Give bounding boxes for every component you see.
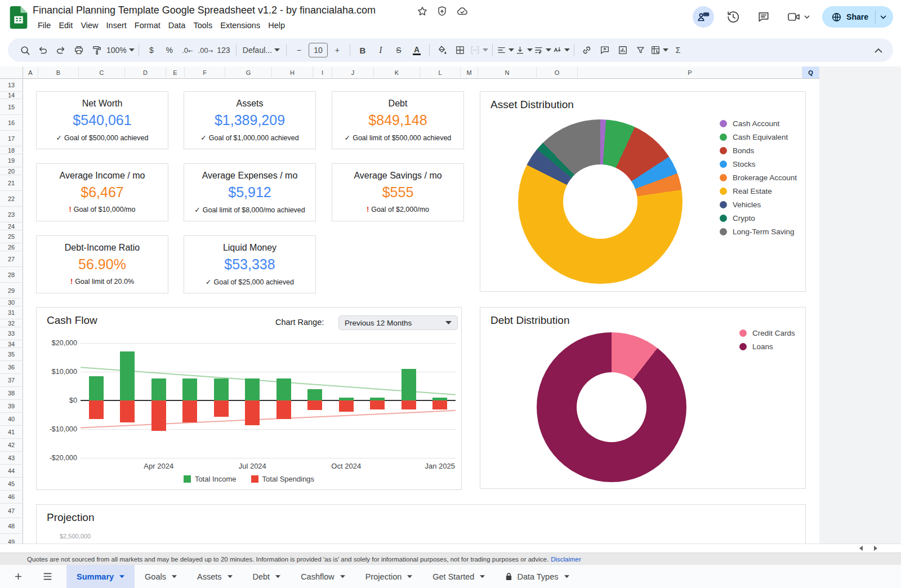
row-header-43[interactable]: 43 bbox=[0, 452, 23, 465]
row-header-37[interactable]: 37 bbox=[0, 374, 23, 387]
vertical-align-icon[interactable] bbox=[515, 42, 533, 59]
spending-bar[interactable] bbox=[245, 400, 260, 425]
row-header-36[interactable]: 36 bbox=[0, 361, 23, 374]
column-header-P[interactable]: P bbox=[578, 66, 802, 79]
column-header-J[interactable]: J bbox=[332, 66, 374, 79]
menu-help[interactable]: Help bbox=[264, 19, 289, 32]
income-bar[interactable] bbox=[276, 378, 291, 400]
spending-bar[interactable] bbox=[339, 400, 354, 412]
row-header-48[interactable]: 48 bbox=[0, 518, 23, 534]
format-currency-button[interactable]: $ bbox=[143, 42, 160, 59]
income-bar[interactable] bbox=[89, 376, 104, 400]
row-header-26[interactable]: 26 bbox=[0, 243, 23, 251]
row-header-14[interactable]: 14 bbox=[0, 92, 23, 99]
decrease-decimal-icon[interactable]: .0← bbox=[179, 42, 196, 59]
spending-bar[interactable] bbox=[151, 400, 166, 431]
spending-bar[interactable] bbox=[432, 400, 447, 409]
row-header-19[interactable]: 19 bbox=[0, 154, 23, 167]
font-size-decrease-button[interactable]: − bbox=[291, 42, 307, 59]
row-header-15[interactable]: 15 bbox=[0, 99, 23, 115]
column-header-M[interactable]: M bbox=[461, 66, 478, 79]
income-bar[interactable] bbox=[214, 378, 229, 400]
text-wrap-icon[interactable] bbox=[534, 42, 551, 59]
row-header-23[interactable]: 23 bbox=[0, 207, 23, 222]
filter-icon[interactable] bbox=[632, 42, 649, 59]
search-icon[interactable] bbox=[16, 42, 33, 59]
print-icon[interactable] bbox=[70, 42, 87, 59]
shield-icon[interactable] bbox=[436, 6, 448, 17]
bold-button[interactable]: B bbox=[354, 42, 371, 59]
menu-insert[interactable]: Insert bbox=[102, 19, 131, 32]
column-header-Q[interactable]: Q bbox=[802, 66, 819, 79]
comments-icon[interactable] bbox=[752, 6, 775, 28]
row-header-24[interactable]: 24 bbox=[0, 222, 23, 230]
collapse-toolbar-icon[interactable] bbox=[870, 42, 887, 59]
format-percent-button[interactable]: % bbox=[161, 42, 178, 59]
horizontal-align-icon[interactable] bbox=[497, 42, 514, 59]
spending-bar[interactable] bbox=[120, 400, 135, 422]
google-sheets-logo-icon[interactable] bbox=[9, 6, 28, 29]
column-header-O[interactable]: O bbox=[537, 66, 578, 79]
row-header-22[interactable]: 22 bbox=[0, 191, 23, 207]
row-header-21[interactable]: 21 bbox=[0, 175, 23, 191]
sheet-tab-debt[interactable]: Debt bbox=[243, 565, 291, 588]
column-header-C[interactable]: C bbox=[79, 66, 125, 79]
spending-bar[interactable] bbox=[276, 400, 291, 419]
row-header-40[interactable]: 40 bbox=[0, 413, 23, 426]
column-header-I[interactable]: I bbox=[313, 66, 332, 79]
version-history-icon[interactable] bbox=[722, 6, 744, 28]
row-header-49[interactable]: 49 bbox=[0, 534, 23, 544]
row-header-41[interactable]: 41 bbox=[0, 426, 23, 439]
column-header-A[interactable]: A bbox=[23, 66, 38, 79]
asset-distribution-donut-chart[interactable] bbox=[518, 119, 683, 284]
row-header-31[interactable]: 31 bbox=[0, 306, 23, 319]
row-header-28[interactable]: 28 bbox=[0, 267, 23, 283]
row-header-18[interactable]: 18 bbox=[0, 146, 23, 154]
column-header-B[interactable]: B bbox=[38, 66, 79, 79]
borders-icon[interactable] bbox=[452, 42, 469, 59]
cloud-status-icon[interactable] bbox=[456, 6, 469, 17]
row-header-45[interactable]: 45 bbox=[0, 478, 23, 491]
row-header-44[interactable]: 44 bbox=[0, 465, 23, 478]
menu-tools[interactable]: Tools bbox=[189, 19, 216, 32]
column-header-D[interactable]: D bbox=[125, 66, 166, 79]
row-header-39[interactable]: 39 bbox=[0, 400, 23, 413]
menu-extensions[interactable]: Extensions bbox=[216, 19, 264, 32]
sheet-tab-get-started[interactable]: Get Started bbox=[422, 565, 495, 588]
spending-bar[interactable] bbox=[214, 400, 229, 417]
income-bar[interactable] bbox=[245, 378, 260, 400]
sheet-tab-data-types[interactable]: Data Types bbox=[495, 565, 579, 588]
income-bar[interactable] bbox=[120, 351, 135, 400]
income-bar[interactable] bbox=[151, 378, 166, 400]
spending-bar[interactable] bbox=[182, 400, 197, 422]
insert-comment-icon[interactable] bbox=[596, 42, 613, 59]
share-button[interactable]: Share bbox=[822, 6, 893, 28]
sheet-tab-summary[interactable]: Summary bbox=[66, 565, 135, 588]
select-all-corner[interactable] bbox=[0, 66, 23, 79]
redo-icon[interactable] bbox=[52, 42, 69, 59]
column-header-E[interactable]: E bbox=[166, 66, 185, 79]
sheet-tab-cashflow[interactable]: Cashflow bbox=[291, 565, 355, 588]
pivot-table-icon[interactable] bbox=[650, 42, 668, 59]
row-header-30[interactable]: 30 bbox=[0, 299, 23, 306]
menu-format[interactable]: Format bbox=[131, 19, 164, 32]
text-color-button[interactable]: A bbox=[408, 42, 425, 59]
spending-bar[interactable] bbox=[370, 400, 385, 409]
column-header-F[interactable]: F bbox=[185, 66, 225, 79]
income-bar[interactable] bbox=[307, 389, 322, 400]
spending-bar[interactable] bbox=[402, 400, 416, 409]
scroll-right-icon[interactable] bbox=[873, 545, 878, 551]
share-dropdown-caret[interactable] bbox=[876, 15, 893, 19]
column-header-G[interactable]: G bbox=[225, 66, 272, 79]
column-header-L[interactable]: L bbox=[420, 66, 461, 79]
column-header-K[interactable]: K bbox=[374, 66, 420, 79]
income-bar[interactable] bbox=[182, 378, 197, 400]
presence-icon[interactable] bbox=[693, 6, 714, 28]
font-size-increase-button[interactable]: + bbox=[329, 42, 346, 59]
insert-link-icon[interactable] bbox=[578, 42, 595, 59]
row-header-38[interactable]: 38 bbox=[0, 387, 23, 400]
row-header-25[interactable]: 25 bbox=[0, 230, 23, 243]
spending-bar[interactable] bbox=[89, 400, 104, 419]
menu-view[interactable]: View bbox=[77, 19, 102, 32]
zoom-select[interactable]: 100% bbox=[106, 42, 135, 59]
